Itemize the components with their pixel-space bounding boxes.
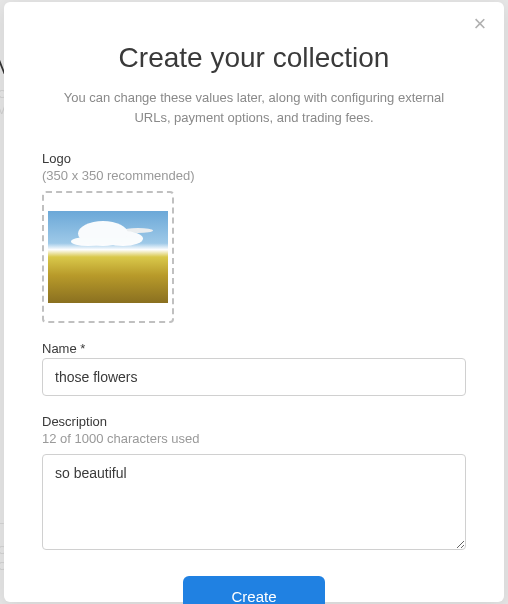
- name-label: Name *: [42, 341, 466, 356]
- logo-hint: (350 x 350 recommended): [42, 168, 466, 183]
- description-label: Description: [42, 414, 466, 429]
- modal-subtitle: You can change these values later, along…: [42, 88, 466, 127]
- description-field-group: Description 12 of 1000 characters used: [42, 414, 466, 554]
- modal-content: Create your collection You can change th…: [4, 2, 504, 604]
- description-hint: 12 of 1000 characters used: [42, 431, 466, 446]
- close-button[interactable]: ×: [470, 14, 490, 34]
- modal-title: Create your collection: [42, 42, 466, 74]
- name-field-group: Name *: [42, 341, 466, 396]
- logo-preview-image: [48, 211, 168, 303]
- create-collection-modal: × Create your collection You can change …: [4, 2, 504, 602]
- logo-upload-area[interactable]: [42, 191, 174, 323]
- logo-label: Logo: [42, 151, 466, 166]
- name-input[interactable]: [42, 358, 466, 396]
- description-input[interactable]: [42, 454, 466, 550]
- create-button[interactable]: Create: [183, 576, 324, 604]
- logo-field-group: Logo (350 x 350 recommended): [42, 151, 466, 323]
